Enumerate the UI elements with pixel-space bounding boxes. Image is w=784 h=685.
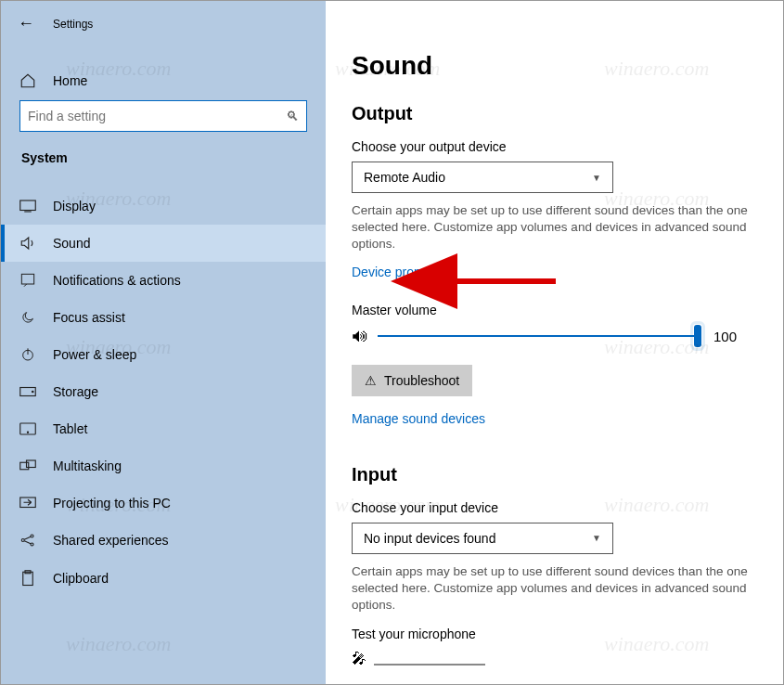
nav-item-notifications[interactable]: Notifications & actions [1,262,326,299]
input-helper-text: Certain apps may be set up to use differ… [352,563,755,614]
output-section-title: Output [352,103,755,124]
titlebar: ← Settings [1,1,326,43]
troubleshoot-button[interactable]: ⚠︎ Troubleshoot [352,365,472,396]
clipboard-icon [19,570,36,587]
nav-item-label: Storage [53,384,98,399]
window-title: Settings [53,18,93,31]
manage-sound-devices-link[interactable]: Manage sound devices [352,411,485,426]
svg-rect-10 [27,460,36,468]
sidebar: ← Settings Home 🔍︎ System Display Sound [1,1,326,684]
nav-item-clipboard[interactable]: Clipboard [1,559,326,598]
master-volume-label: Master volume [352,303,755,317]
nav-item-power-sleep[interactable]: Power & sleep [1,336,326,373]
microphone-test-row: 🎤︎ [352,651,755,667]
nav-item-label: Sound [53,236,90,251]
nav-item-label: Power & sleep [53,347,136,362]
nav-item-label: Projecting to this PC [53,496,171,511]
microphone-icon: 🎤︎ [352,651,366,667]
sound-icon [19,236,36,251]
nav-item-shared-experiences[interactable]: Shared experiences [1,522,326,559]
svg-line-15 [24,536,31,539]
device-properties-link[interactable]: Device properties [352,265,453,279]
svg-point-12 [21,539,24,542]
nav-item-display[interactable]: Display [1,187,326,225]
nav-item-label: Multitasking [53,459,122,473]
svg-point-13 [31,535,33,537]
nav-item-label: Tablet [53,421,87,436]
back-arrow-icon[interactable]: ← [14,10,38,37]
output-helper-text: Certain apps may be set up to use differ… [352,202,755,253]
output-device-select[interactable]: Remote Audio ▼ [352,162,613,193]
output-device-value: Remote Audio [364,170,445,185]
master-volume-value: 100 [713,329,741,344]
master-volume-slider[interactable] [378,335,699,337]
display-icon [19,200,36,213]
nav-home[interactable]: Home [1,59,326,100]
svg-rect-2 [21,274,33,284]
power-icon [19,347,36,362]
tablet-icon [19,422,36,435]
nav-home-label: Home [53,73,87,88]
speaker-icon[interactable]: 🔊︎ [352,327,368,346]
input-device-value: No input devices found [364,531,495,546]
nav-item-label: Clipboard [53,571,109,586]
nav-item-projecting[interactable]: Projecting to this PC [1,485,326,522]
nav-category: System [1,145,326,174]
projecting-icon [19,497,36,510]
home-icon [19,72,36,89]
chevron-down-icon: ▼ [592,173,601,183]
svg-rect-9 [20,462,29,470]
microphone-level-bar [374,664,485,666]
output-choose-label: Choose your output device [352,139,755,154]
input-device-select[interactable]: No input devices found ▼ [352,523,613,554]
nav-item-multitasking[interactable]: Multitasking [1,447,326,485]
search-icon: 🔍︎ [286,109,299,123]
focus-assist-icon [19,310,36,325]
multitasking-icon [19,459,36,472]
notifications-icon [19,273,36,288]
nav-item-label: Focus assist [53,310,125,325]
slider-thumb[interactable] [694,325,701,347]
nav-item-tablet[interactable]: Tablet [1,410,326,447]
svg-line-16 [24,541,31,544]
warning-icon: ⚠︎ [365,373,377,388]
nav-item-label: Notifications & actions [53,273,181,288]
nav-item-label: Shared experiences [53,533,169,548]
troubleshoot-label: Troubleshoot [384,373,459,388]
search-field[interactable] [28,109,286,123]
storage-icon [19,386,36,397]
nav-item-sound[interactable]: Sound [1,225,326,262]
nav-item-focus-assist[interactable]: Focus assist [1,299,326,336]
nav-item-label: Display [53,199,96,213]
svg-point-14 [31,543,33,546]
shared-icon [19,533,36,548]
svg-rect-0 [20,200,36,211]
test-microphone-label: Test your microphone [352,627,755,641]
search-input[interactable]: 🔍︎ [19,100,307,132]
chevron-down-icon: ▼ [592,533,601,543]
input-choose-label: Choose your input device [352,500,755,515]
main-content: Sound Output Choose your output device R… [326,1,783,684]
svg-point-6 [32,391,34,393]
svg-point-8 [27,432,28,433]
page-title: Sound [352,51,755,81]
input-section-title: Input [352,464,755,485]
nav-item-storage[interactable]: Storage [1,373,326,410]
svg-rect-17 [23,572,33,585]
